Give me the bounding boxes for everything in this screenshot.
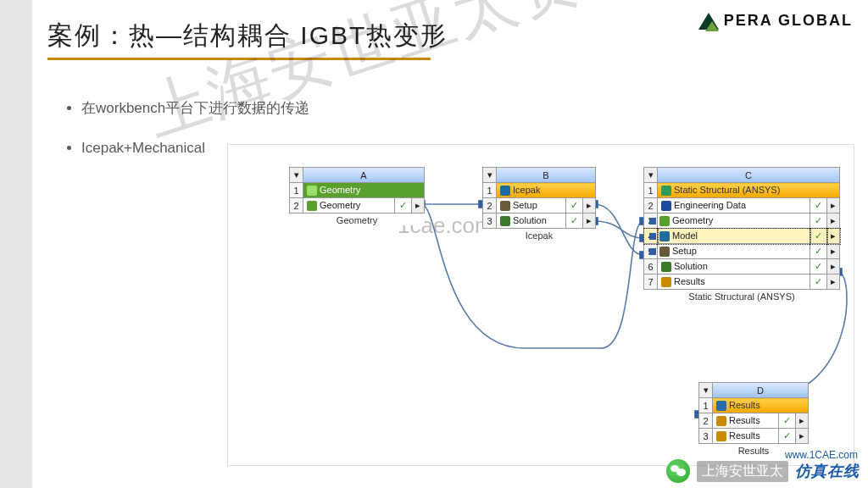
slide-title: 案例：热—结构耦合 IGBT热变形 [47,19,448,53]
structural-icon [661,186,671,196]
wechat-icon [666,459,690,483]
block-caption: Icepak [482,230,596,241]
dropdown-icon[interactable]: ▾ [699,383,713,398]
system-block-a[interactable]: ▾A 1Geometry 2Geometry✓▸ Geometry [289,167,425,225]
setup-icon [500,201,510,211]
workbench-schematic: 1cae.com ▾A 1Geometry 2Geometry✓▸ Geomet… [227,144,854,466]
block-caption: Geometry [289,215,425,225]
check-icon: ✓ [810,198,827,214]
cell-geometry[interactable]: Geometry [303,198,395,214]
check-icon: ✓ [395,198,412,214]
results-icon [661,277,671,287]
logo-triangle-icon [698,13,719,30]
check-icon: ✓ [779,413,796,429]
logo-text: PERA GLOBAL [724,12,853,30]
column-letter: C [658,168,840,183]
results-icon [716,431,726,441]
model-icon [659,231,670,241]
cell-engineering-data[interactable]: Engineering Data [658,198,810,214]
column-letter: D [713,383,809,398]
solution-icon [500,216,510,226]
cell-solution[interactable]: Solution [658,259,810,274]
cell-results[interactable]: Results [713,429,779,444]
system-block-c[interactable]: ▾C 1Static Structural (ANSYS) 2Engineeri… [643,167,840,302]
geometry-icon [307,201,317,211]
brand-logo: PERA GLOBAL [698,12,853,30]
system-header-cell[interactable]: Results [713,398,809,413]
check-icon: ✓ [810,274,827,290]
system-header-cell[interactable]: Icepak [497,183,596,198]
system-header-cell[interactable]: Geometry [303,183,425,198]
cell-setup[interactable]: Setup [658,244,810,259]
system-block-d[interactable]: ▾D 1Results 2Results✓▸ 3Results✓▸ Result… [698,382,809,456]
geometry-icon [307,186,317,196]
icepak-icon [500,186,510,196]
setup-icon [659,247,670,257]
check-icon: ✓ [810,229,827,244]
cell-solution[interactable]: Solution [497,214,566,229]
cell-setup[interactable]: Setup [497,198,566,214]
results-sys-icon [716,401,726,411]
footer-company: 上海安世亚太 [697,461,788,482]
column-letter: B [497,168,596,183]
link-port-icon [649,233,656,240]
bullet-item: 在workbench平台下进行数据的传递 [81,98,309,118]
dropdown-icon[interactable]: ▾ [644,168,658,183]
dropdown-icon[interactable]: ▾ [290,168,303,183]
footer-brand: 仿真在线 [795,461,860,481]
block-caption: Static Structural (ANSYS) [643,291,840,302]
footer-right: 上海安世亚太 仿真在线 [666,459,860,483]
slide-side-strip [0,0,32,488]
cell-geometry[interactable]: Geometry [658,214,810,229]
check-icon: ✓ [810,259,827,274]
cell-results[interactable]: Results [713,413,779,429]
cell-results[interactable]: Results [658,274,810,290]
engdata-icon [661,201,671,211]
check-icon: ✓ [810,214,827,229]
cell-model-selected[interactable]: Model [658,229,810,244]
system-header-cell[interactable]: Static Structural (ANSYS) [658,183,840,198]
link-port-icon [649,248,656,255]
system-block-b[interactable]: ▾B 1Icepak 2Setup✓▸ 3Solution✓▸ Icepak [482,167,596,241]
dropdown-icon[interactable]: ▾ [483,168,497,183]
geometry-icon [659,216,670,226]
check-icon: ✓ [779,429,796,444]
check-icon: ✓ [810,244,827,259]
link-port-icon [649,218,656,225]
title-underline [47,58,431,60]
column-letter: A [303,168,425,183]
check-icon: ✓ [566,198,583,214]
solution-icon [661,262,671,272]
results-icon [716,416,726,426]
check-icon: ✓ [566,214,583,229]
